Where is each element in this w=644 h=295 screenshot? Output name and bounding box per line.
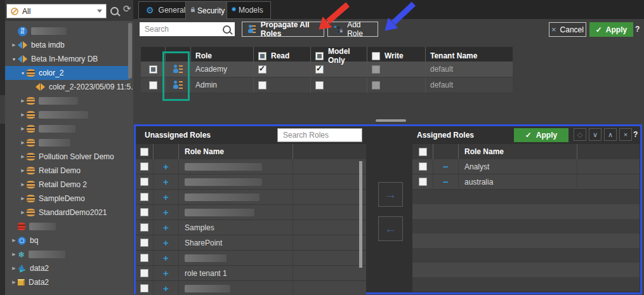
search-icon[interactable] xyxy=(223,25,231,34)
tree-item[interactable]: ▶ xyxy=(5,122,129,136)
help-icon[interactable]: ? xyxy=(635,25,640,34)
model-only-checkbox[interactable] xyxy=(315,65,324,74)
add-role-plus-icon[interactable]: + xyxy=(163,268,169,278)
row-select-checkbox[interactable] xyxy=(140,193,148,201)
row-select-checkbox[interactable] xyxy=(140,178,148,186)
collapsed-arrow-icon[interactable]: ▶ xyxy=(19,182,27,187)
collapsed-arrow-icon[interactable]: ▶ xyxy=(10,280,18,285)
collapse-up-button[interactable]: ∧ xyxy=(604,128,617,141)
unassigned-role-row[interactable]: + xyxy=(136,281,366,295)
splitter-handle[interactable] xyxy=(376,119,406,122)
unassigned-role-row[interactable]: + xyxy=(136,251,366,266)
propagate-all-roles-button[interactable]: Propagate All Roles xyxy=(242,22,324,37)
add-role-plus-icon[interactable]: + xyxy=(163,162,169,171)
diamond-button[interactable]: ◇ xyxy=(574,128,586,141)
unassigned-role-row[interactable]: + xyxy=(136,174,366,190)
tree-item-color-2[interactable]: ▼color_2 xyxy=(5,66,129,80)
collapsed-arrow-icon[interactable]: ▶ xyxy=(19,168,27,173)
row-select-checkbox[interactable] xyxy=(140,223,148,232)
tree-item[interactable] xyxy=(5,220,129,233)
tree-item-bq[interactable]: ▶bq xyxy=(5,233,129,247)
collapsed-arrow-icon[interactable]: ▶ xyxy=(10,238,18,243)
filter-dropdown[interactable]: All xyxy=(6,4,107,18)
collapsed-arrow-icon[interactable]: ▶ xyxy=(10,266,18,271)
collapsed-arrow-icon[interactable]: ▶ xyxy=(19,140,27,145)
collapsed-panel-tab[interactable] xyxy=(0,95,5,124)
unassigned-scrollbar[interactable] xyxy=(359,161,362,268)
read-checkbox[interactable] xyxy=(258,81,266,89)
write-select-all-checkbox[interactable] xyxy=(372,52,380,60)
row-select-checkbox[interactable] xyxy=(140,162,148,171)
collapsed-arrow-icon[interactable]: ▶ xyxy=(19,196,27,201)
refresh-icon[interactable]: ⟳ xyxy=(123,3,131,15)
roles-search-input[interactable] xyxy=(143,24,220,34)
move-left-button[interactable]: ← xyxy=(378,216,403,241)
tree-item-retail-demo-2[interactable]: ▶Retail Demo 2 xyxy=(5,178,129,192)
row-select-checkbox[interactable] xyxy=(419,178,427,186)
role-row-academy[interactable]: Academydefault xyxy=(141,62,513,77)
tree-item[interactable]: ▶ xyxy=(5,136,129,150)
unassigned-role-row-samples[interactable]: +Samples xyxy=(136,220,366,235)
row-select-checkbox[interactable] xyxy=(419,162,427,171)
panel-help-icon[interactable]: ? xyxy=(633,130,638,139)
unassigned-role-row-sharepoint[interactable]: +SharePoint xyxy=(136,235,366,251)
tree-item-beta-imdb[interactable]: ▶beta imdb xyxy=(5,38,129,52)
add-role-plus-icon[interactable]: + xyxy=(163,177,169,187)
close-panel-button[interactable]: × xyxy=(619,128,632,141)
row-select-checkbox[interactable] xyxy=(140,269,148,277)
tree-item-sampledemo[interactable]: ▶SampleDemo xyxy=(5,192,129,206)
collapsed-arrow-icon[interactable]: ▶ xyxy=(19,112,27,117)
unassigned-select-all-checkbox[interactable] xyxy=(140,148,148,156)
read-checkbox[interactable] xyxy=(258,65,266,74)
add-role-plus-icon[interactable]: + xyxy=(163,192,169,202)
row-select-checkbox[interactable] xyxy=(140,284,148,292)
collapse-down-button[interactable]: ∨ xyxy=(589,128,601,141)
unassigned-role-row-role-tenant-1[interactable]: +role tenant 1 xyxy=(136,266,366,281)
tree-item-beta-in-memory-db[interactable]: ▼Beta In-Memory DB xyxy=(5,52,129,66)
assigned-role-row-australia[interactable]: −australia xyxy=(412,174,640,190)
tree-item-pollution-solver-demo[interactable]: ▶Pollution Solver Demo xyxy=(5,150,129,164)
collapsed-arrow-icon[interactable]: ▶ xyxy=(19,154,27,159)
unassigned-role-row[interactable]: + xyxy=(136,190,366,205)
tab-security[interactable]: Security xyxy=(185,1,232,20)
model-only-checkbox[interactable] xyxy=(315,81,324,89)
expanded-arrow-icon[interactable]: ▼ xyxy=(10,57,18,62)
tree-item[interactable] xyxy=(5,24,129,38)
add-role-plus-icon[interactable]: + xyxy=(163,223,169,232)
tree-item-data2[interactable]: ▶data2 xyxy=(5,261,129,275)
expanded-arrow-icon[interactable]: ▼ xyxy=(19,71,27,75)
sidebar-search-icon[interactable] xyxy=(110,7,119,15)
tree-item[interactable]: ▶ xyxy=(5,94,129,108)
collapsed-arrow-icon[interactable]: ▶ xyxy=(19,210,27,215)
add-role-plus-icon[interactable]: + xyxy=(163,284,169,293)
add-role-plus-icon[interactable]: + xyxy=(163,207,169,217)
tab-models[interactable]: Models xyxy=(227,1,271,19)
row-select-checkbox[interactable] xyxy=(140,239,148,247)
add-role-plus-icon[interactable]: + xyxy=(163,238,169,247)
assigned-select-all-checkbox[interactable] xyxy=(419,148,427,156)
tree-item[interactable]: ▶❄ xyxy=(5,247,129,261)
propagate-role-icon[interactable] xyxy=(173,81,183,89)
tree-scrollbar[interactable] xyxy=(128,23,132,79)
collapsed-arrow-icon[interactable]: ▶ xyxy=(10,252,18,257)
remove-role-minus-icon[interactable]: − xyxy=(443,162,449,171)
search-roles-input[interactable] xyxy=(282,130,358,140)
unassigned-role-row[interactable]: + xyxy=(136,159,366,174)
assigned-role-row-analyst[interactable]: −Analyst xyxy=(412,159,640,174)
tree-item-retail-demo[interactable]: ▶Retail Demo xyxy=(5,164,129,178)
unassigned-role-row[interactable]: + xyxy=(136,205,366,220)
tree-item[interactable]: ▶ xyxy=(5,108,129,122)
row-select-checkbox[interactable] xyxy=(149,81,157,89)
chevron-down-icon[interactable] xyxy=(97,10,102,13)
model-only-select-all-checkbox[interactable] xyxy=(315,52,324,60)
collapsed-arrow-icon[interactable]: ▶ xyxy=(19,126,27,131)
tree-item-color-2-2023-05-09-11-5-[interactable]: color_2-2023/05/09 11:5... xyxy=(5,80,129,94)
tree-item-standarddemo2021[interactable]: ▶StandardDemo2021 xyxy=(5,206,129,220)
row-select-checkbox[interactable] xyxy=(140,254,148,262)
row-select-checkbox[interactable] xyxy=(149,65,157,74)
add-role-plus-icon[interactable]: + xyxy=(163,253,169,263)
tree-item-data2[interactable]: ▶Data2 xyxy=(5,275,129,289)
add-role-button[interactable]: + Add Role xyxy=(327,22,378,37)
propagate-role-icon[interactable] xyxy=(173,65,183,74)
move-right-button[interactable]: → xyxy=(378,182,403,207)
